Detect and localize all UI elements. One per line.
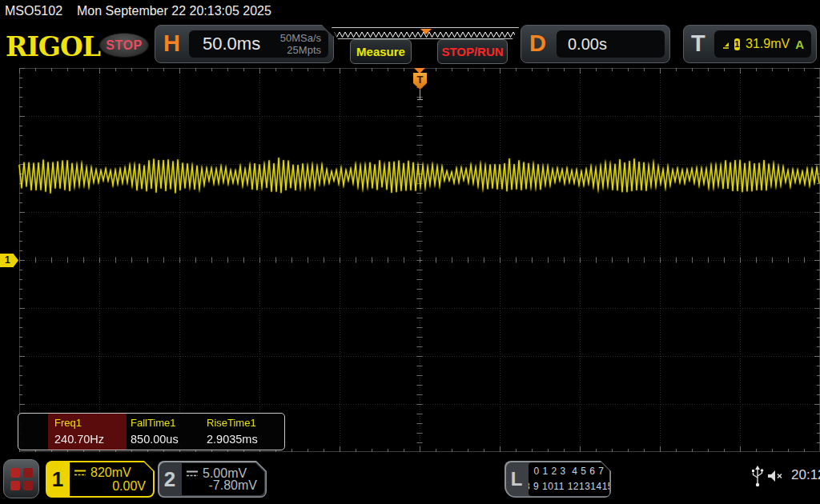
model-label: MSO5102 [5,0,62,22]
usb-icon [751,466,764,488]
bottom-status-bar: 820mV 0.00V 1 5.00mV -7.80mV 2 [0,452,820,504]
timebase-value: 50.0ms [189,34,260,54]
logic-row-0-7: 0 1 2 3 4 5 6 7 [533,464,604,479]
trigger-level-value: 31.9mV [746,37,790,51]
channel2-values: 5.00mV -7.80mV [182,463,264,495]
measurement-results-box: Freq1 240.70Hz FallTime1 850.00us RiseTi… [18,413,285,450]
trigger-marker-arrow-icon[interactable] [414,68,425,74]
trigger-label: T [691,30,705,57]
channel1-values: 820mV 0.00V [70,462,153,496]
menu-grid-icon [23,481,33,490]
dc-coupling-icon [186,470,199,478]
measurement-value: 850.00us [131,433,179,446]
trigger-mode: A [795,38,804,51]
waveform-canvas [0,68,820,452]
channel2-badge[interactable]: 5.00mV -7.80mV 2 [158,461,267,498]
logic-channel-list: 0 1 2 3 4 5 6 7 8 9 1011 12131415 [529,462,609,496]
falling-edge-icon [722,38,729,50]
speaker-muted-icon [767,470,785,484]
channel1-scale: 820mV [90,466,131,480]
logic-row-8-15: 8 9 1011 12131415 [525,479,613,494]
channel1-offset: 0.00V [112,479,146,494]
clock-label: 20:12 [791,467,820,483]
channel1-badge[interactable]: 820mV 0.00V 1 [46,461,155,498]
trigger-pill: 1 31.9mV A [714,30,811,58]
trigger-marker-foot [417,99,423,100]
logic-label: L [504,461,529,498]
measurement-label: Freq1 [54,417,82,429]
acquisition-rates: 50MSa/s 25Mpts [280,32,321,56]
channel2-number: 2 [158,461,182,498]
memory-depth: 25Mpts [280,44,321,56]
measure-button[interactable]: Measure [350,39,412,64]
horizontal-label: H [163,30,180,57]
trigger-panel[interactable]: T 1 31.9mV A [683,25,817,63]
dc-coupling-icon [74,469,86,477]
timebase-pill: 50.0ms 50MSa/s 25Mpts [189,30,328,58]
measurement-value: 240.70Hz [54,433,104,446]
measurement-label: RiseTime1 [207,417,256,429]
datetime-label: Mon September 22 20:13:05 2025 [77,0,271,22]
measurement-label: FallTime1 [131,417,176,429]
trigger-marker-stem [420,90,420,99]
waveform-preview-strip[interactable] [332,27,519,39]
channel1-number: 1 [46,461,70,498]
delay-label: D [529,30,546,57]
header-bar: RIGOL STOP H 50.0ms 50MSa/s 25Mpts Measu… [0,22,820,68]
menu-grid-icon [10,468,20,478]
delay-value: 0.00s [557,35,607,54]
sample-rate: 50MSa/s [280,32,321,44]
stop-run-button[interactable]: STOP/RUN [437,39,508,64]
delay-panel[interactable]: D 0.00s [521,25,670,63]
acquisition-state-indicator: STOP [99,33,149,58]
top-status-strip: MSO5102 Mon September 22 20:13:05 2025 [0,0,820,22]
measurement-value: 2.9035ms [207,433,258,446]
graticule-area: T 1 Freq1 240.70Hz FallTime1 850.00us Ri… [0,68,820,452]
multi-window-menu-button[interactable] [3,459,39,498]
logic-channels-badge[interactable]: L 0 1 2 3 4 5 6 7 8 9 1011 12131415 [504,461,611,498]
menu-grid-icon [10,481,20,490]
oscilloscope-screen: MSO5102 Mon September 22 20:13:05 2025 R… [0,0,820,504]
menu-grid-icon [23,468,33,478]
rigol-logo: RIGOL [6,31,100,62]
channel2-offset: -7.80mV [209,478,257,493]
delay-pill: 0.00s [557,30,665,58]
horizontal-panel[interactable]: H 50.0ms 50MSa/s 25Mpts [155,25,334,63]
preview-zigzag [332,29,518,39]
trigger-source-chip: 1 [734,38,741,50]
